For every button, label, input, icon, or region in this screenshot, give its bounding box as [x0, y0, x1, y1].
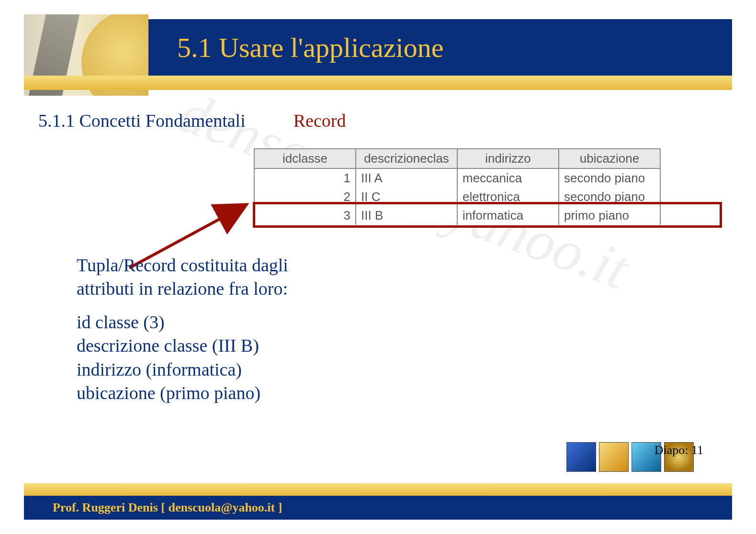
deco-square-icon — [566, 442, 596, 472]
th-idclasse: idclasse — [254, 149, 356, 168]
subtitle-row: 5.1.1 Concetti Fondamentali Record — [38, 110, 346, 131]
body-p2-l3: indirizzo (informatica) — [77, 358, 508, 381]
section-number-title: 5.1.1 Concetti Fondamentali — [38, 110, 246, 131]
footer-gold-strip — [24, 483, 732, 496]
footer-author: Prof. Ruggeri Denis [ denscuola@yahoo.it… — [24, 501, 282, 515]
header-band: 5.1 Usare l'applicazione — [24, 19, 732, 86]
cell-id: 1 — [254, 168, 356, 188]
cell-ubi: secondo piano — [559, 168, 660, 188]
body-text: Tupla/Record costituita dagli attributi … — [77, 254, 508, 405]
body-p2-l2: descrizione classe (III B) — [77, 334, 508, 357]
cell-id: 2 — [254, 188, 356, 206]
example-table: idclasse descrizioneclas indirizzo ubica… — [254, 148, 661, 225]
deco-square-icon — [599, 442, 629, 472]
slide-title: 5.1 Usare l'applicazione — [148, 32, 443, 64]
cell-desc: III A — [356, 168, 457, 188]
body-p1-l1: Tupla/Record costituita dagli — [77, 254, 508, 277]
body-p1-l2: attributi in relazione fra loro: — [77, 277, 508, 300]
th-indirizzo: indirizzo — [457, 149, 559, 168]
diapo-label: Diapo: — [654, 443, 688, 457]
body-p2-l1: id classe (3) — [77, 311, 508, 334]
slide: 5.1 Usare l'applicazione 5.1.1 Concetti … — [24, 14, 732, 520]
subtitle-keyword: Record — [293, 110, 346, 131]
header-blue-bar: 5.1 Usare l'applicazione — [148, 19, 732, 76]
table-row: 3 III B informatica primo piano — [254, 206, 660, 225]
body-p2-l4: ubicazione (primo piano) — [77, 381, 508, 405]
th-descrizione: descrizioneclas — [356, 149, 457, 168]
cell-desc: III B — [356, 206, 457, 225]
table-row: 1 III A meccanica secondo piano — [254, 168, 660, 188]
slide-number: Diapo: 11 — [654, 443, 703, 457]
cell-desc: II C — [356, 188, 457, 206]
header-gold-strip — [24, 76, 732, 90]
cell-ubi: secondo piano — [559, 188, 660, 206]
cell-ind: meccanica — [457, 168, 559, 188]
cell-ind: elettronica — [457, 188, 559, 206]
cell-id: 3 — [254, 206, 356, 225]
cell-ind: informatica — [457, 206, 559, 225]
footer-blue-bar: Prof. Ruggeri Denis [ denscuola@yahoo.it… — [24, 496, 732, 520]
th-ubicazione: ubicazione — [559, 149, 660, 168]
table-header-row: idclasse descrizioneclas indirizzo ubica… — [254, 149, 660, 168]
diapo-num: 11 — [691, 443, 703, 457]
table-row: 2 II C elettronica secondo piano — [254, 188, 660, 206]
cell-ubi: primo piano — [559, 206, 660, 225]
